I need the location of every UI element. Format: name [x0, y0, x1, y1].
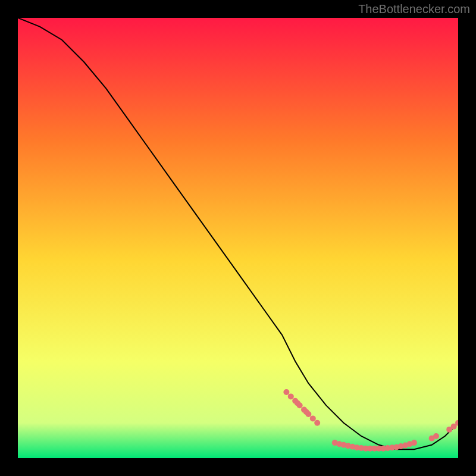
data-point: [433, 433, 439, 439]
chart-svg: [18, 18, 458, 458]
data-point: [303, 409, 309, 415]
data-point: [310, 415, 316, 421]
data-point: [288, 393, 294, 399]
data-point: [411, 440, 417, 446]
watermark-text: TheBottlenecker.com: [358, 2, 470, 16]
data-point: [314, 420, 320, 426]
gradient-background: [18, 18, 458, 458]
data-point: [283, 389, 289, 395]
chart-plot-area: [18, 18, 458, 458]
data-point: [295, 400, 300, 406]
